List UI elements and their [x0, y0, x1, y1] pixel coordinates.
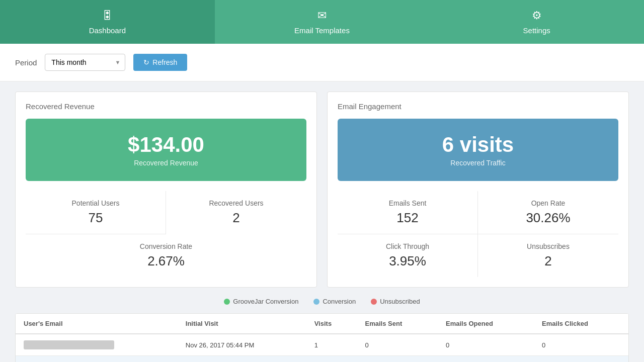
legend-item-unsubscribed: Unsubscribed [371, 298, 420, 305]
conversion-rate-value: 2.67% [31, 253, 301, 269]
cards-row: Recovered Revenue $134.00 Recovered Reve… [15, 92, 629, 288]
cell-emails-sent-2: 0 [357, 356, 438, 363]
col-header-initial-visit: Initial Visit [178, 314, 306, 334]
unsubscribes-label: Unsubscribes [483, 242, 613, 250]
email-engagement-box: 6 visits Recovered Traffic [338, 119, 618, 181]
stat-cell-unsubscribes: Unsubscribes 2 [478, 234, 618, 277]
email-engagement-stats: Emails Sent 152 Open Rate 30.26% Click T… [338, 191, 618, 277]
nav-item-settings[interactable]: ⚙ Settings [429, 0, 644, 44]
nav-label-email-templates: Email Templates [294, 26, 350, 35]
refresh-icon: ↻ [143, 58, 149, 66]
legend-label-groovejar: GrooveJar Conversion [233, 298, 298, 305]
open-rate-value: 30.26% [483, 210, 613, 226]
stat-cell-open-rate: Open Rate 30.26% [478, 191, 618, 234]
click-through-label: Click Through [343, 242, 472, 250]
period-select-wrapper: Today This week This month Last month Th… [45, 54, 125, 71]
cell-email-2 [16, 356, 178, 363]
recovered-traffic-label: Recovered Traffic [348, 159, 608, 167]
table-row: Nov 26, 2017 02:55 AM 1 0 0 0 [16, 356, 628, 363]
visits-value: 6 visits [348, 133, 608, 157]
col-header-emails-opened: Emails Opened [438, 314, 534, 334]
potential-users-value: 75 [31, 210, 160, 226]
recovered-revenue-box: $134.00 Recovered Revenue [26, 119, 306, 181]
gear-icon: ⚙ [532, 9, 542, 22]
cell-initial-visit-1: Nov 26, 2017 05:44 PM [178, 334, 306, 356]
recovered-revenue-title: Recovered Revenue [26, 102, 306, 111]
legend-dot-unsubscribed [371, 299, 377, 305]
col-header-email: User's Email [16, 314, 178, 334]
legend-label-unsubscribed: Unsubscribed [380, 298, 420, 305]
table-row: Nov 26, 2017 05:44 PM 1 0 0 0 [16, 334, 628, 356]
dashboard-icon: 🎛 [102, 9, 113, 22]
legend-label-conversion: Conversion [323, 298, 356, 305]
col-header-emails-sent: Emails Sent [357, 314, 438, 334]
legend-dot-groovejar [224, 299, 230, 305]
email-table: User's Email Initial Visit Visits Emails… [15, 313, 629, 362]
recovered-revenue-label: Recovered Revenue [36, 159, 296, 167]
stat-cell-conversion-rate: Conversion Rate 2.67% [26, 234, 306, 277]
col-header-visits: Visits [306, 314, 357, 334]
legend-item-groovejar: GrooveJar Conversion [224, 298, 298, 305]
nav-item-dashboard[interactable]: 🎛 Dashboard [0, 0, 215, 44]
nav-item-email-templates[interactable]: ✉ Email Templates [215, 0, 430, 44]
stat-cell-potential-users: Potential Users 75 [26, 191, 166, 234]
unsubscribes-value: 2 [483, 253, 613, 269]
recovered-revenue-value: $134.00 [36, 133, 296, 157]
cell-emails-clicked-2: 0 [534, 356, 628, 363]
cell-visits-2: 1 [306, 356, 357, 363]
cell-emails-opened-2: 0 [438, 356, 534, 363]
period-select[interactable]: Today This week This month Last month Th… [45, 54, 125, 71]
cell-emails-sent-1: 0 [357, 334, 438, 356]
table-header-row: User's Email Initial Visit Visits Emails… [16, 314, 628, 334]
conversion-rate-label: Conversion Rate [31, 242, 301, 250]
recovered-users-label: Recovered Users [171, 199, 301, 207]
email-placeholder-1 [24, 340, 114, 349]
stat-cell-recovered-users: Recovered Users 2 [166, 191, 306, 234]
cell-initial-visit-2: Nov 26, 2017 02:55 AM [178, 356, 306, 363]
main-content: Recovered Revenue $134.00 Recovered Reve… [0, 81, 644, 362]
data-table: User's Email Initial Visit Visits Emails… [16, 314, 628, 362]
nav-label-settings: Settings [523, 26, 550, 35]
recovered-users-value: 2 [171, 210, 301, 226]
open-rate-label: Open Rate [483, 199, 613, 207]
emails-sent-value: 152 [343, 210, 472, 226]
stat-cell-emails-sent: Emails Sent 152 [338, 191, 478, 234]
email-engagement-title: Email Engagement [338, 102, 618, 111]
email-icon: ✉ [317, 9, 327, 22]
recovered-revenue-stats: Potential Users 75 Recovered Users 2 Con… [26, 191, 306, 277]
stat-cell-click-through: Click Through 3.95% [338, 234, 478, 277]
col-header-emails-clicked: Emails Clicked [534, 314, 628, 334]
email-cell-1 [24, 340, 170, 349]
nav-label-dashboard: Dashboard [89, 26, 126, 35]
cell-visits-1: 1 [306, 334, 357, 356]
email-engagement-card: Email Engagement 6 visits Recovered Traf… [327, 92, 629, 288]
cell-emails-clicked-1: 0 [534, 334, 628, 356]
recovered-revenue-card: Recovered Revenue $134.00 Recovered Reve… [15, 92, 317, 288]
period-label: Period [15, 58, 37, 67]
click-through-value: 3.95% [343, 253, 472, 269]
refresh-label: Refresh [152, 58, 177, 66]
emails-sent-label: Emails Sent [343, 199, 472, 207]
chart-legend: GrooveJar Conversion Conversion Unsubscr… [15, 298, 629, 305]
cell-emails-opened-1: 0 [438, 334, 534, 356]
main-nav: 🎛 Dashboard ✉ Email Templates ⚙ Settings [0, 0, 644, 44]
potential-users-label: Potential Users [31, 199, 160, 207]
refresh-button[interactable]: ↻ Refresh [133, 54, 187, 71]
legend-item-conversion: Conversion [313, 298, 356, 305]
legend-dot-conversion [313, 299, 319, 305]
controls-bar: Period Today This week This month Last m… [0, 44, 644, 81]
cell-email [16, 334, 178, 356]
